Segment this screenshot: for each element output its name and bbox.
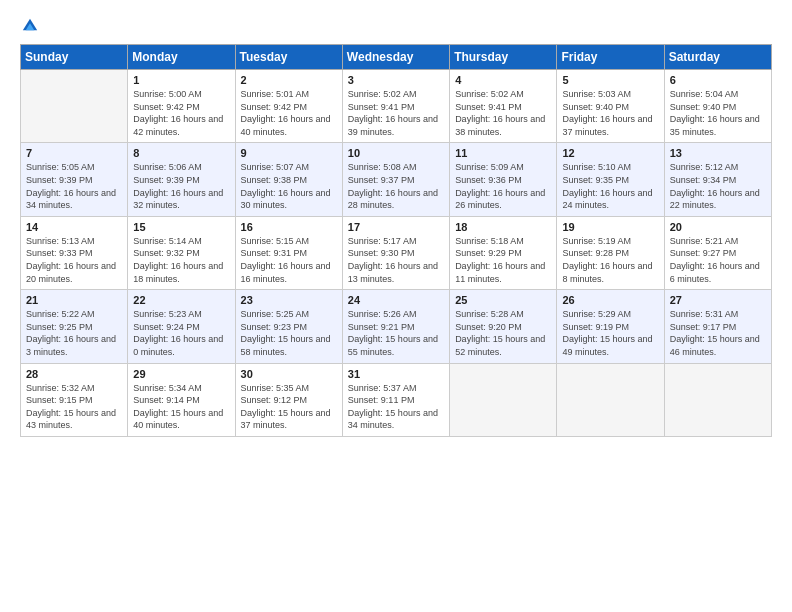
day-number: 5 (562, 74, 658, 86)
calendar-cell: 18Sunrise: 5:18 AMSunset: 9:29 PMDayligh… (450, 216, 557, 289)
day-detail: Sunrise: 5:08 AMSunset: 9:37 PMDaylight:… (348, 162, 438, 210)
day-number: 30 (241, 368, 337, 380)
calendar-week: 7Sunrise: 5:05 AMSunset: 9:39 PMDaylight… (21, 143, 772, 216)
weekday-header: Tuesday (235, 45, 342, 70)
day-detail: Sunrise: 5:32 AMSunset: 9:15 PMDaylight:… (26, 383, 116, 431)
logo (20, 16, 44, 36)
page: SundayMondayTuesdayWednesdayThursdayFrid… (0, 0, 792, 612)
day-detail: Sunrise: 5:29 AMSunset: 9:19 PMDaylight:… (562, 309, 652, 357)
calendar-cell: 28Sunrise: 5:32 AMSunset: 9:15 PMDayligh… (21, 363, 128, 436)
calendar-cell: 15Sunrise: 5:14 AMSunset: 9:32 PMDayligh… (128, 216, 235, 289)
day-number: 3 (348, 74, 444, 86)
calendar-cell: 31Sunrise: 5:37 AMSunset: 9:11 PMDayligh… (342, 363, 449, 436)
calendar-cell: 23Sunrise: 5:25 AMSunset: 9:23 PMDayligh… (235, 290, 342, 363)
weekday-header: Friday (557, 45, 664, 70)
weekday-header: Wednesday (342, 45, 449, 70)
calendar-cell: 13Sunrise: 5:12 AMSunset: 9:34 PMDayligh… (664, 143, 771, 216)
calendar-cell: 16Sunrise: 5:15 AMSunset: 9:31 PMDayligh… (235, 216, 342, 289)
day-number: 25 (455, 294, 551, 306)
day-number: 14 (26, 221, 122, 233)
calendar-cell: 11Sunrise: 5:09 AMSunset: 9:36 PMDayligh… (450, 143, 557, 216)
calendar-cell (664, 363, 771, 436)
logo-icon (20, 16, 40, 36)
calendar-cell: 5Sunrise: 5:03 AMSunset: 9:40 PMDaylight… (557, 70, 664, 143)
day-number: 9 (241, 147, 337, 159)
header (20, 16, 772, 36)
weekday-header: Thursday (450, 45, 557, 70)
calendar-cell: 3Sunrise: 5:02 AMSunset: 9:41 PMDaylight… (342, 70, 449, 143)
calendar-cell: 12Sunrise: 5:10 AMSunset: 9:35 PMDayligh… (557, 143, 664, 216)
calendar-cell: 7Sunrise: 5:05 AMSunset: 9:39 PMDaylight… (21, 143, 128, 216)
day-number: 21 (26, 294, 122, 306)
day-number: 4 (455, 74, 551, 86)
day-number: 2 (241, 74, 337, 86)
calendar-week: 21Sunrise: 5:22 AMSunset: 9:25 PMDayligh… (21, 290, 772, 363)
calendar-cell: 6Sunrise: 5:04 AMSunset: 9:40 PMDaylight… (664, 70, 771, 143)
calendar-cell: 19Sunrise: 5:19 AMSunset: 9:28 PMDayligh… (557, 216, 664, 289)
weekday-header: Monday (128, 45, 235, 70)
day-number: 28 (26, 368, 122, 380)
day-detail: Sunrise: 5:28 AMSunset: 9:20 PMDaylight:… (455, 309, 545, 357)
day-detail: Sunrise: 5:13 AMSunset: 9:33 PMDaylight:… (26, 236, 116, 284)
day-number: 27 (670, 294, 766, 306)
calendar-cell: 21Sunrise: 5:22 AMSunset: 9:25 PMDayligh… (21, 290, 128, 363)
day-number: 23 (241, 294, 337, 306)
day-detail: Sunrise: 5:04 AMSunset: 9:40 PMDaylight:… (670, 89, 760, 137)
day-detail: Sunrise: 5:02 AMSunset: 9:41 PMDaylight:… (455, 89, 545, 137)
calendar-cell: 20Sunrise: 5:21 AMSunset: 9:27 PMDayligh… (664, 216, 771, 289)
day-number: 15 (133, 221, 229, 233)
day-detail: Sunrise: 5:17 AMSunset: 9:30 PMDaylight:… (348, 236, 438, 284)
day-detail: Sunrise: 5:07 AMSunset: 9:38 PMDaylight:… (241, 162, 331, 210)
day-detail: Sunrise: 5:03 AMSunset: 9:40 PMDaylight:… (562, 89, 652, 137)
calendar-week: 28Sunrise: 5:32 AMSunset: 9:15 PMDayligh… (21, 363, 772, 436)
day-detail: Sunrise: 5:34 AMSunset: 9:14 PMDaylight:… (133, 383, 223, 431)
day-detail: Sunrise: 5:37 AMSunset: 9:11 PMDaylight:… (348, 383, 438, 431)
calendar-cell: 4Sunrise: 5:02 AMSunset: 9:41 PMDaylight… (450, 70, 557, 143)
day-number: 19 (562, 221, 658, 233)
day-number: 13 (670, 147, 766, 159)
day-number: 11 (455, 147, 551, 159)
day-detail: Sunrise: 5:18 AMSunset: 9:29 PMDaylight:… (455, 236, 545, 284)
day-detail: Sunrise: 5:00 AMSunset: 9:42 PMDaylight:… (133, 89, 223, 137)
day-detail: Sunrise: 5:31 AMSunset: 9:17 PMDaylight:… (670, 309, 760, 357)
day-detail: Sunrise: 5:12 AMSunset: 9:34 PMDaylight:… (670, 162, 760, 210)
day-number: 26 (562, 294, 658, 306)
day-number: 8 (133, 147, 229, 159)
day-detail: Sunrise: 5:22 AMSunset: 9:25 PMDaylight:… (26, 309, 116, 357)
calendar-week: 14Sunrise: 5:13 AMSunset: 9:33 PMDayligh… (21, 216, 772, 289)
calendar-cell: 10Sunrise: 5:08 AMSunset: 9:37 PMDayligh… (342, 143, 449, 216)
day-number: 1 (133, 74, 229, 86)
day-detail: Sunrise: 5:21 AMSunset: 9:27 PMDaylight:… (670, 236, 760, 284)
day-number: 18 (455, 221, 551, 233)
day-detail: Sunrise: 5:15 AMSunset: 9:31 PMDaylight:… (241, 236, 331, 284)
day-detail: Sunrise: 5:05 AMSunset: 9:39 PMDaylight:… (26, 162, 116, 210)
weekday-header: Saturday (664, 45, 771, 70)
calendar-cell: 29Sunrise: 5:34 AMSunset: 9:14 PMDayligh… (128, 363, 235, 436)
calendar-cell: 14Sunrise: 5:13 AMSunset: 9:33 PMDayligh… (21, 216, 128, 289)
day-detail: Sunrise: 5:25 AMSunset: 9:23 PMDaylight:… (241, 309, 331, 357)
calendar-cell: 2Sunrise: 5:01 AMSunset: 9:42 PMDaylight… (235, 70, 342, 143)
calendar-cell: 17Sunrise: 5:17 AMSunset: 9:30 PMDayligh… (342, 216, 449, 289)
day-number: 7 (26, 147, 122, 159)
calendar-cell: 25Sunrise: 5:28 AMSunset: 9:20 PMDayligh… (450, 290, 557, 363)
day-detail: Sunrise: 5:02 AMSunset: 9:41 PMDaylight:… (348, 89, 438, 137)
day-number: 10 (348, 147, 444, 159)
day-number: 12 (562, 147, 658, 159)
calendar-cell (21, 70, 128, 143)
day-detail: Sunrise: 5:10 AMSunset: 9:35 PMDaylight:… (562, 162, 652, 210)
calendar-cell: 26Sunrise: 5:29 AMSunset: 9:19 PMDayligh… (557, 290, 664, 363)
calendar-week: 1Sunrise: 5:00 AMSunset: 9:42 PMDaylight… (21, 70, 772, 143)
day-detail: Sunrise: 5:09 AMSunset: 9:36 PMDaylight:… (455, 162, 545, 210)
day-detail: Sunrise: 5:14 AMSunset: 9:32 PMDaylight:… (133, 236, 223, 284)
header-row: SundayMondayTuesdayWednesdayThursdayFrid… (21, 45, 772, 70)
day-number: 17 (348, 221, 444, 233)
calendar-cell: 8Sunrise: 5:06 AMSunset: 9:39 PMDaylight… (128, 143, 235, 216)
calendar-cell: 22Sunrise: 5:23 AMSunset: 9:24 PMDayligh… (128, 290, 235, 363)
day-detail: Sunrise: 5:19 AMSunset: 9:28 PMDaylight:… (562, 236, 652, 284)
calendar-cell (450, 363, 557, 436)
calendar-cell: 1Sunrise: 5:00 AMSunset: 9:42 PMDaylight… (128, 70, 235, 143)
day-number: 31 (348, 368, 444, 380)
day-detail: Sunrise: 5:35 AMSunset: 9:12 PMDaylight:… (241, 383, 331, 431)
weekday-header: Sunday (21, 45, 128, 70)
day-detail: Sunrise: 5:01 AMSunset: 9:42 PMDaylight:… (241, 89, 331, 137)
